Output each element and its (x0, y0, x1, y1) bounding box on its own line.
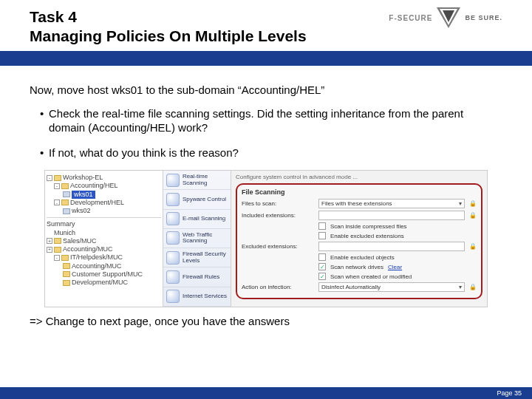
tree-node[interactable]: Munich (47, 229, 161, 237)
folder-icon (54, 175, 61, 181)
field-label: Files to scan: (242, 200, 314, 207)
folder-icon (61, 200, 69, 205)
tree-node[interactable]: Customer Support/MUC (72, 270, 143, 279)
folder-icon (61, 255, 69, 261)
settings-main: Configure system control in advanced mod… (231, 171, 487, 307)
excluded-extensions-input[interactable] (318, 242, 465, 251)
logo-triangle-icon (437, 7, 460, 28)
brand-logo: F-SECURE BE SURE. (389, 7, 502, 28)
host-icon (63, 208, 70, 214)
page-number: Page 35 (497, 389, 522, 397)
sidebar-item[interactable]: Internet Services (163, 287, 231, 307)
header: Task 4 Managing Policies On Multiple Lev… (0, 0, 532, 51)
checkbox[interactable]: ✓ (318, 273, 326, 280)
expand-icon[interactable]: - (54, 200, 60, 205)
tree-node[interactable]: Development/MUC (72, 279, 128, 287)
lock-icon[interactable]: 🔒 (469, 200, 477, 208)
folder-icon (63, 271, 70, 277)
checkbox[interactable] (318, 253, 326, 261)
module-sidebar: Real-time Scanning Spyware Control E-mai… (163, 171, 231, 307)
logo-text: F-SECURE (389, 14, 432, 22)
module-icon (166, 212, 180, 225)
included-extensions-input[interactable] (318, 211, 465, 220)
config-hint: Configure system control in advanced mod… (236, 174, 482, 180)
folder-icon (54, 247, 61, 253)
expand-icon[interactable]: + (47, 247, 52, 253)
footer-bar: Page 35 (0, 387, 532, 399)
tree-node[interactable]: IT/Helpdesk/MUC (70, 253, 123, 262)
logo-tagline: BE SURE. (465, 14, 502, 21)
task-number: Task 4 (30, 7, 389, 27)
bullet-item: Check the real-time file scanning settin… (40, 106, 502, 135)
checkbox[interactable] (318, 232, 326, 239)
sidebar-item[interactable]: Web Traffic Scanning (163, 229, 231, 248)
sidebar-item[interactable]: Firewall Security Levels (163, 248, 231, 267)
tree-node[interactable]: Workshop-EL (63, 174, 103, 182)
slide-title: Managing Policies On Multiple Levels (30, 27, 389, 46)
field-label: Action on infection: (242, 284, 314, 290)
lock-icon[interactable]: 🔒 (469, 284, 477, 291)
checkbox-label: Scan inside compressed files (330, 223, 407, 230)
lead-text: Now, move host wks01 to the sub-domain “… (30, 83, 502, 96)
checkbox-label: Enable excluded objects (330, 254, 395, 261)
files-to-scan-select[interactable]: Files with these extensions (318, 199, 465, 208)
bullet-list: Check the real-time file scanning settin… (30, 106, 502, 160)
field-label: Included extensions: (242, 212, 314, 219)
folder-icon (61, 183, 69, 189)
tree-node[interactable]: Accounting/MUC (72, 262, 122, 270)
header-divider-bar (0, 51, 532, 66)
closing-text: => Change to next page, once you have th… (30, 315, 502, 327)
summary-label: Summary (47, 220, 161, 228)
tree-node[interactable]: Sales/MUC (63, 237, 97, 245)
module-icon (166, 231, 180, 245)
folder-icon (63, 280, 70, 286)
sidebar-item[interactable]: Spyware Control (163, 190, 231, 209)
checkbox-label: Scan network drives (330, 264, 383, 270)
checkbox-label: Enable excluded extensions (330, 233, 404, 239)
sidebar-item[interactable]: Firewall Rules (163, 267, 231, 287)
module-icon (166, 251, 180, 265)
expand-icon[interactable]: - (47, 175, 52, 181)
file-scanning-panel: File Scanning Files to scan: Files with … (236, 183, 482, 299)
tree-node[interactable]: Development/HEL (70, 199, 124, 207)
checkbox[interactable]: ✓ (318, 263, 326, 270)
embedded-screenshot: -Workshop-EL -Accounting/HEL wks01 -Deve… (44, 170, 488, 307)
title-block: Task 4 Managing Policies On Multiple Lev… (30, 7, 389, 47)
sidebar-item[interactable]: Real-time Scanning (163, 171, 231, 190)
module-icon (166, 290, 180, 303)
lock-icon[interactable]: 🔒 (469, 243, 477, 250)
folder-icon (63, 263, 70, 269)
expand-icon[interactable]: - (54, 183, 60, 189)
tree-node[interactable]: Accounting/HEL (70, 182, 118, 190)
checkbox-label: Scan when created or modified (330, 273, 412, 280)
clear-link[interactable]: Clear (388, 264, 402, 270)
content-area: Now, move host wks01 to the sub-domain “… (0, 66, 532, 160)
host-icon (63, 191, 70, 197)
tree-node-selected[interactable]: wks01 (72, 191, 95, 199)
lock-icon[interactable]: 🔒 (469, 212, 477, 219)
module-icon (166, 174, 180, 187)
module-icon (166, 270, 180, 284)
domain-tree[interactable]: -Workshop-EL -Accounting/HEL wks01 -Deve… (45, 171, 163, 307)
field-label: Excluded extensions: (242, 243, 314, 250)
bullet-item: If not, what do you think is the reason? (40, 146, 502, 160)
panel-title: File Scanning (242, 188, 477, 196)
expand-icon[interactable]: + (47, 238, 52, 244)
expand-icon[interactable]: - (54, 255, 60, 261)
tree-node[interactable]: Accounting/MUC (63, 245, 113, 253)
sidebar-item[interactable]: E-mail Scanning (163, 210, 231, 229)
action-on-infection-select[interactable]: Disinfect Automatically (318, 282, 465, 292)
module-icon (166, 193, 180, 206)
checkbox[interactable] (318, 222, 326, 230)
tree-node[interactable]: wks02 (72, 207, 91, 215)
folder-icon (54, 238, 61, 244)
